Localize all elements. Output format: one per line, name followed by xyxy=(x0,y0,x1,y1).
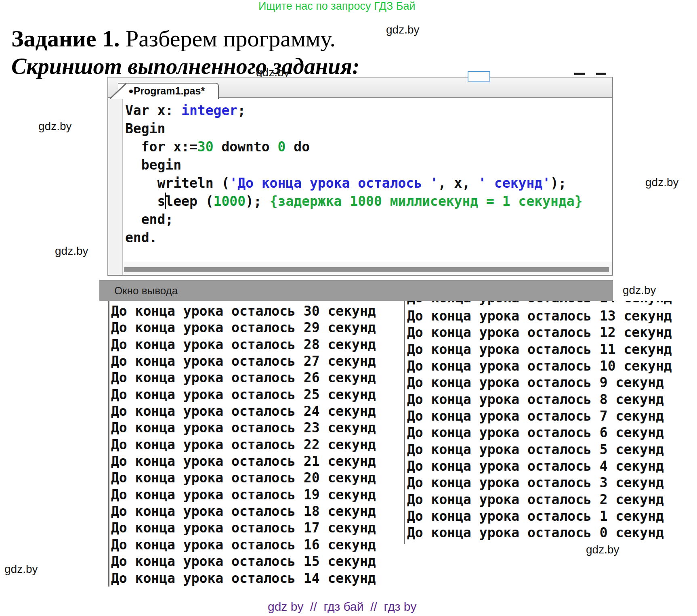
modified-dot-icon: ● xyxy=(128,86,134,95)
output-clipped-line-text: До конца урока осталось 14 секунд xyxy=(407,301,682,306)
task-number: Задание 1. xyxy=(11,25,120,52)
watermark: gdz.by xyxy=(38,120,72,133)
watermark: gdz.by xyxy=(645,176,679,189)
horizontal-scrollbar-thumb[interactable] xyxy=(124,267,609,272)
editor-gutter xyxy=(108,98,123,275)
output-column-right: До конца урока осталось 13 секунд До кон… xyxy=(407,308,672,541)
task-title: Разберем программу. xyxy=(120,25,336,52)
watermark: gdz.by xyxy=(586,543,619,556)
output-left-column-border xyxy=(108,301,109,587)
window-minimize-fragment[interactable] xyxy=(574,73,585,75)
editor-border-right xyxy=(612,77,613,276)
promo-banner: Ищите нас по запросу ГДЗ Бай xyxy=(258,0,416,13)
watermark: gdz.by xyxy=(55,245,88,258)
task-heading: Задание 1. Разберем программу. xyxy=(11,25,336,52)
window-control-fragment[interactable] xyxy=(596,73,606,75)
output-column-left: До конца урока осталось 30 секунд До кон… xyxy=(111,303,376,587)
watermark: gdz.by xyxy=(386,23,420,36)
subtitle-heading: Скриншот выполненного задания: xyxy=(11,53,360,79)
code-lines[interactable]: Var x: integer;Begin for x:=30 downto 0 … xyxy=(125,101,583,247)
footer-seo-text: gdz by // гдз бай // гдз by xyxy=(268,600,416,614)
watermark: gdz.by xyxy=(4,563,38,576)
tab-filename: Program1.pas* xyxy=(134,85,205,96)
watermark: gdz.by xyxy=(623,284,656,297)
output-right-column-border xyxy=(404,301,405,544)
tab-label[interactable]: ●Program1.pas* xyxy=(128,85,205,97)
output-window-header: Окно вывода xyxy=(99,280,613,301)
output-window-title: Окно вывода xyxy=(114,285,178,297)
editor-border-bottom xyxy=(107,275,613,276)
page: Ищите нас по запросу ГДЗ Бай Задание 1. … xyxy=(0,0,697,616)
toolbar-button-fragment[interactable] xyxy=(468,71,490,82)
output-clipped-line: До конца урока осталось 14 секунд xyxy=(407,301,682,306)
